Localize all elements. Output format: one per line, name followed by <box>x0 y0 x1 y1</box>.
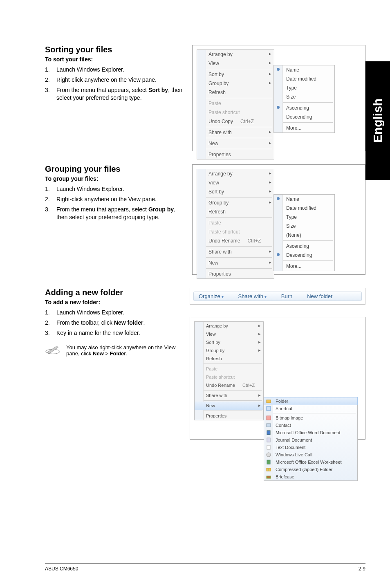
menu-paste: Paste <box>197 99 274 108</box>
new-contact[interactable]: Contact <box>264 422 357 429</box>
heading-adding-folder: Adding a new folder <box>45 288 182 297</box>
sort-date-modified[interactable]: Date modified <box>274 74 334 83</box>
subhead-add-folder: To add a new folder: <box>45 299 182 305</box>
svg-rect-4 <box>267 424 271 427</box>
shortcut-icon <box>266 406 271 411</box>
toolbar-organize[interactable]: Organize <box>199 293 224 299</box>
menu-share-with[interactable]: Share with <box>197 128 274 137</box>
sort-more[interactable]: More... <box>274 123 334 132</box>
word-icon <box>266 430 271 435</box>
svg-rect-12 <box>267 476 271 478</box>
toolbar-burn[interactable]: Burn <box>281 293 292 299</box>
sort-type[interactable]: Type <box>274 83 334 92</box>
menu-refresh[interactable]: Refresh <box>195 355 263 363</box>
folder-icon <box>266 399 271 404</box>
menu-new[interactable]: New <box>195 402 263 410</box>
new-journal[interactable]: Journal Document <box>264 436 357 444</box>
note-text: You may also right-click anywhere on the… <box>66 344 182 357</box>
menu-group-by[interactable]: Group by <box>197 79 274 88</box>
group-name[interactable]: Name <box>274 195 334 204</box>
footer-page-number: 2-9 <box>359 566 365 572</box>
svg-rect-9 <box>267 460 270 464</box>
new-live-call[interactable]: Windows Live Call <box>264 451 357 458</box>
screenshot-group-menu: Arrange by View Sort by Group by Refresh… <box>192 164 365 275</box>
svg-rect-7 <box>267 445 270 449</box>
menu-properties[interactable]: Properties <box>195 412 263 420</box>
new-zip[interactable]: Compressed (zipped) Folder <box>264 466 357 473</box>
svg-rect-5 <box>267 431 270 435</box>
call-icon <box>266 452 271 457</box>
svg-point-8 <box>267 453 271 457</box>
screenshot-toolbar: Organize Share with Burn New folder <box>190 288 365 305</box>
menu-refresh[interactable]: Refresh <box>197 88 274 97</box>
steps-group: 1.Launch Windows Explorer. 2.Right-click… <box>45 185 184 221</box>
new-bitmap[interactable]: Bitmap image <box>264 414 357 422</box>
new-word-doc[interactable]: Microsoft Office Word Document <box>264 429 357 436</box>
menu-paste: Paste <box>195 365 263 373</box>
menu-undo-rename[interactable]: Undo RenameCtrl+Z <box>197 236 274 245</box>
menu-view[interactable]: View <box>195 330 263 338</box>
new-folder[interactable]: Folder <box>264 397 358 405</box>
briefcase-icon <box>266 474 271 479</box>
svg-rect-1 <box>267 400 271 403</box>
heading-sorting: Sorting your files <box>45 45 184 54</box>
menu-paste-shortcut: Paste shortcut <box>197 108 274 117</box>
group-date-modified[interactable]: Date modified <box>274 204 334 213</box>
menu-arrange-by[interactable]: Arrange by <box>197 50 274 59</box>
toolbar-share-with[interactable]: Share with <box>238 293 267 299</box>
menu-share-with[interactable]: Share with <box>197 247 274 256</box>
text-icon <box>266 445 271 450</box>
new-shortcut[interactable]: Shortcut <box>264 405 357 412</box>
toolbar-new-folder[interactable]: New folder <box>307 293 332 299</box>
menu-properties[interactable]: Properties <box>197 150 274 159</box>
svg-rect-6 <box>267 438 270 442</box>
subhead-sort: To sort your files: <box>45 56 184 63</box>
sort-ascending[interactable]: Ascending <box>274 103 334 112</box>
menu-sort-by[interactable]: Sort by <box>197 187 274 196</box>
menu-paste-shortcut: Paste shortcut <box>195 373 263 381</box>
group-none[interactable]: (None) <box>274 231 334 240</box>
menu-sort-by[interactable]: Sort by <box>195 338 263 346</box>
menu-view[interactable]: View <box>197 59 274 68</box>
heading-grouping: Grouping your files <box>45 164 184 174</box>
menu-new[interactable]: New <box>197 258 274 267</box>
page-footer: ASUS CM6650 2-9 <box>45 563 365 572</box>
menu-undo-copy[interactable]: Undo CopyCtrl+Z <box>197 117 274 126</box>
group-more[interactable]: More... <box>274 262 334 271</box>
sort-name[interactable]: Name <box>274 65 334 74</box>
new-briefcase[interactable]: Briefcase <box>264 473 357 480</box>
menu-paste-shortcut: Paste shortcut <box>197 227 274 236</box>
new-text-doc[interactable]: Text Document <box>264 444 357 451</box>
image-icon <box>266 415 271 420</box>
subhead-group: To group your files: <box>45 175 184 182</box>
menu-arrange-by[interactable]: Arrange by <box>195 322 263 330</box>
menu-undo-rename[interactable]: Undo RenameCtrl+Z <box>195 381 263 389</box>
zip-icon <box>266 467 271 472</box>
screenshot-sort-menu: Arrange by View Sort by Group by Refresh… <box>192 45 365 151</box>
svg-rect-3 <box>267 416 271 420</box>
menu-paste: Paste <box>197 218 274 227</box>
menu-group-by[interactable]: Group by <box>195 346 263 355</box>
svg-rect-2 <box>267 406 271 411</box>
menu-properties[interactable]: Properties <box>197 269 274 278</box>
new-excel[interactable]: Microsoft Office Excel Worksheet <box>264 458 357 466</box>
steps-add-folder: 1.Launch Windows Explorer. 2.From the to… <box>45 309 182 337</box>
screenshot-new-menu: Arrange by View Sort by Group by Refresh… <box>190 317 365 440</box>
footer-product: ASUS CM6650 <box>45 566 78 572</box>
menu-share-with[interactable]: Share with <box>195 391 263 399</box>
group-type[interactable]: Type <box>274 213 334 222</box>
group-size[interactable]: Size <box>274 222 334 231</box>
menu-group-by[interactable]: Group by <box>197 198 274 207</box>
language-tab: English <box>365 61 390 180</box>
menu-arrange-by[interactable]: Arrange by <box>197 169 274 178</box>
menu-view[interactable]: View <box>197 178 274 187</box>
menu-sort-by[interactable]: Sort by <box>197 70 274 79</box>
excel-icon <box>266 460 271 465</box>
sort-size[interactable]: Size <box>274 92 334 101</box>
journal-icon <box>266 438 271 442</box>
group-descending[interactable]: Descending <box>274 251 334 260</box>
menu-new[interactable]: New <box>197 139 274 148</box>
menu-refresh[interactable]: Refresh <box>197 207 274 216</box>
group-ascending[interactable]: Ascending <box>274 242 334 251</box>
sort-descending[interactable]: Descending <box>274 112 334 121</box>
